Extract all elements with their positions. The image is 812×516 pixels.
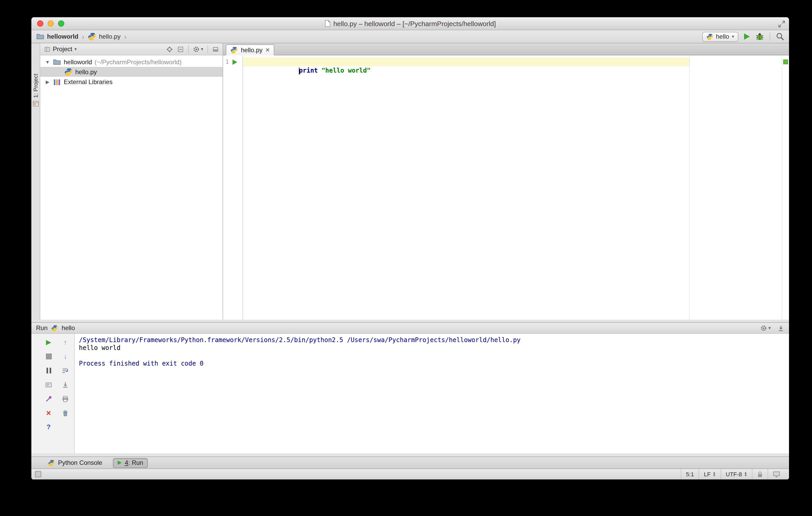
caret-position-widget[interactable]: 5:1 xyxy=(681,469,699,480)
project-view-selector[interactable]: Project xyxy=(53,45,72,53)
tree-row-external-libraries[interactable]: ▶ External Libraries xyxy=(40,77,223,87)
python-file-icon xyxy=(88,32,96,41)
library-icon xyxy=(53,78,61,86)
python-file-icon xyxy=(230,46,238,54)
inspection-stripe xyxy=(782,55,789,320)
desktop: hello.py – helloworld – [~/PycharmProjec… xyxy=(0,0,812,516)
tree-file-name: hello.py xyxy=(75,68,97,75)
run-toolbar-column-2: ↑ ↓ xyxy=(57,338,74,453)
expand-arrow-icon[interactable]: ▼ xyxy=(45,59,50,64)
fullscreen-icon[interactable] xyxy=(778,20,785,28)
window-title-group: hello.py – helloworld – [~/PycharmProjec… xyxy=(324,20,496,27)
run-button[interactable] xyxy=(744,33,750,40)
code-pane[interactable]: print"hello world" xyxy=(243,55,782,320)
show-console-icon[interactable] xyxy=(44,381,53,389)
run-panel-header: Run hello ▾ xyxy=(31,322,789,334)
help-icon[interactable]: ? xyxy=(44,423,53,431)
chevron-down-icon: ▾ xyxy=(768,325,771,331)
chevron-right-icon: › xyxy=(123,33,127,40)
run-configuration-selector[interactable]: hello ▾ xyxy=(702,32,738,41)
print-icon[interactable] xyxy=(61,395,70,403)
minimize-window-button[interactable] xyxy=(48,20,54,27)
code-line-1: print"hello world" xyxy=(243,57,782,66)
gear-icon[interactable]: ▾ xyxy=(760,325,771,331)
project-root-path: (~/PycharmProjects/helloworld) xyxy=(94,58,181,65)
down-stack-trace-icon[interactable]: ↓ xyxy=(61,353,70,360)
up-stack-trace-icon[interactable]: ↑ xyxy=(61,338,70,346)
hide-panel-icon[interactable] xyxy=(778,325,784,331)
inspection-ok-indicator[interactable] xyxy=(783,60,788,64)
editor-tab-hello-py[interactable]: hello.py × xyxy=(226,44,274,55)
updown-arrows-icon: ▲▼ xyxy=(713,472,716,477)
stop-button[interactable] xyxy=(44,353,53,360)
window-titlebar[interactable]: hello.py – helloworld – [~/PycharmProjec… xyxy=(31,17,789,30)
run-icon xyxy=(117,461,121,465)
run-tab-mnemonic: 4 xyxy=(125,459,128,466)
python-run-config-icon xyxy=(706,33,713,40)
console-command-line: /System/Library/Frameworks/Python.framew… xyxy=(79,336,785,344)
gear-icon[interactable]: ▾ xyxy=(193,46,203,53)
rerun-button[interactable] xyxy=(44,338,53,346)
triangle-down-icon: ▼ xyxy=(713,474,716,477)
code-string: "hello world" xyxy=(322,67,371,74)
editor-area: hello.py × 1 print"hello world" xyxy=(223,43,789,320)
console-exit-line: Process finished with exit code 0 xyxy=(79,360,785,368)
run-console-output[interactable]: /System/Library/Frameworks/Python.framew… xyxy=(75,334,789,453)
hide-panel-icon[interactable] xyxy=(212,46,219,53)
status-bar: 5:1 LF ▲▼ UTF-8 ▲▼ xyxy=(31,468,789,480)
tab-label: hello.py xyxy=(241,46,263,54)
encoding-selector[interactable]: UTF-8 ▲▼ xyxy=(721,469,752,480)
console-stdout-line: hello world xyxy=(79,344,785,352)
chevron-down-icon: ▾ xyxy=(75,47,77,52)
toolbar-divider xyxy=(188,45,189,53)
pause-output-button[interactable] xyxy=(44,367,53,374)
encoding-value: UTF-8 xyxy=(726,471,742,477)
close-window-button[interactable] xyxy=(37,20,44,27)
python-prompt-icon[interactable] xyxy=(44,395,53,403)
run-panel-gap xyxy=(31,453,789,456)
tree-row-file-selected[interactable]: hello.py xyxy=(40,67,223,77)
navigation-bar: helloworld › hello.py › hello ▾ xyxy=(31,30,789,43)
zoom-window-button[interactable] xyxy=(58,20,64,27)
lock-icon xyxy=(757,471,763,478)
inspection-profile-widget[interactable] xyxy=(767,469,785,480)
horizontal-splitter[interactable] xyxy=(31,320,789,322)
breadcrumb-file[interactable]: hello.py xyxy=(88,32,121,41)
collapse-arrow-icon[interactable]: ▶ xyxy=(45,79,50,84)
line-separator-selector[interactable]: LF ▲▼ xyxy=(699,469,721,480)
soft-wrap-icon[interactable] xyxy=(61,367,70,374)
scroll-to-source-icon[interactable] xyxy=(167,46,173,53)
run-panel-title: Run xyxy=(36,324,48,332)
project-header-icons: ▾ xyxy=(167,45,219,53)
toolwindow-toggle-icon[interactable] xyxy=(35,471,41,477)
run-toolwindow-button[interactable]: 4: Run xyxy=(113,458,148,468)
python-console-toolwindow-button[interactable]: Python Console xyxy=(44,458,106,468)
project-toolwindow-icon xyxy=(32,100,39,107)
folder-icon xyxy=(53,58,61,66)
run-line-marker-icon[interactable] xyxy=(233,60,237,65)
close-tab-icon[interactable]: × xyxy=(266,47,270,53)
scroll-to-end-icon[interactable] xyxy=(61,381,70,389)
python-file-icon xyxy=(64,68,72,76)
triangle-down-icon: ▼ xyxy=(744,474,747,477)
debug-button[interactable] xyxy=(756,32,764,41)
editor-gutter: 1 xyxy=(223,55,243,320)
clear-all-icon[interactable] xyxy=(61,409,70,417)
collapse-all-icon[interactable] xyxy=(177,46,184,53)
search-icon[interactable] xyxy=(776,32,784,41)
main-area: 1: Project Project ▾ xyxy=(31,43,789,320)
python-console-icon xyxy=(48,459,55,466)
tree-external-label: External Libraries xyxy=(64,78,113,85)
close-panel-icon[interactable]: × xyxy=(44,409,53,417)
tool-stripe-project-button[interactable]: 1: Project xyxy=(31,73,40,107)
tool-stripe-project-label: 1: Project xyxy=(32,73,39,98)
monitor-icon xyxy=(773,471,780,477)
run-tab-config-name[interactable]: hello xyxy=(62,324,75,332)
run-configuration-name: hello xyxy=(716,33,729,40)
run-header-icons: ▾ xyxy=(760,325,784,331)
editor[interactable]: 1 print"hello world" xyxy=(223,55,789,320)
breadcrumb-project[interactable]: helloworld xyxy=(36,32,78,41)
readonly-lock-widget[interactable] xyxy=(752,469,767,480)
tree-row-root[interactable]: ▼ helloworld (~/PycharmProjects/hellowor… xyxy=(40,57,223,67)
project-tree: ▼ helloworld (~/PycharmProjects/hellowor… xyxy=(40,55,223,87)
